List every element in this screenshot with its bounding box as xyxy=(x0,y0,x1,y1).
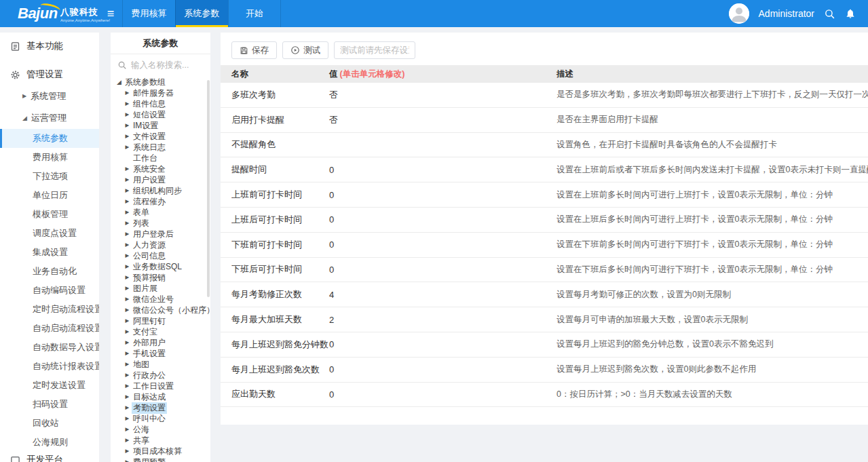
tree-scrollbar[interactable] xyxy=(207,80,210,297)
param-value[interactable]: 0 xyxy=(329,214,556,225)
param-desc: 设置在上班前多长时间内可进行上班打卡，设置0表示无限制，单位：分钟 xyxy=(556,189,868,201)
avatar[interactable] xyxy=(729,3,749,24)
tree-node[interactable]: ▶ 手机设置 xyxy=(115,348,210,359)
caret-right-icon: ▶ xyxy=(123,296,132,302)
toolbar: 保存 测试 xyxy=(221,33,868,65)
sidebar-items: 系统参数 费用核算 下拉选项 单位日历 模板管理 调度点设置 集成设置 业务自动… xyxy=(0,129,99,452)
tree-search-input[interactable] xyxy=(131,60,199,70)
caret-expanded-icon: ◢ xyxy=(22,115,27,121)
tree-node-label: 用户登录后 xyxy=(132,229,175,240)
param-group-panel: 系统参数 ◢ 系统参数组 ▶ 邮件服务器 ▶ 组件信息 ▶ 短信设置 ▶ IM设… xyxy=(111,33,210,462)
tree-node[interactable]: ▶ 共享 xyxy=(115,435,210,446)
sidebar-section-basic[interactable]: 基本功能 xyxy=(0,35,99,57)
param-value[interactable]: 4 xyxy=(329,290,556,300)
tree-node[interactable]: ▶ 公司信息 xyxy=(115,250,210,261)
user-name[interactable]: Administrator xyxy=(759,8,814,19)
tree-node[interactable]: ▶ 呼叫中心 xyxy=(115,413,210,424)
sidebar-item-dev-platform[interactable]: 开发平台 xyxy=(0,450,63,462)
sidebar-item[interactable]: 业务自动化 xyxy=(0,262,99,281)
param-value[interactable]: 0 xyxy=(329,265,556,275)
main-panel: 保存 测试 名称 值(单击单元格修改) 描述 多班次考勤 否 是否是多班次考勤，… xyxy=(221,33,868,425)
tree-node[interactable]: ▶ 邮件服务器 xyxy=(115,88,210,98)
save-button-label: 保存 xyxy=(252,45,269,56)
param-value[interactable]: 0 xyxy=(329,165,556,175)
tree-root[interactable]: ◢ 系统参数组 xyxy=(115,77,210,88)
sidebar-item[interactable]: 费用核算 xyxy=(0,148,99,167)
tree-node-label: 微信企业号 xyxy=(132,294,175,305)
tree-node[interactable]: ▶ 人力资源 xyxy=(115,239,210,250)
tree-node[interactable]: ▶ 文件设置 xyxy=(115,131,210,142)
bell-icon[interactable] xyxy=(845,8,856,19)
sidebar-item[interactable]: 模板管理 xyxy=(0,205,99,224)
tree-node[interactable]: ▶ 外部用户 xyxy=(115,337,210,348)
save-button[interactable]: 保存 xyxy=(231,41,277,59)
param-value[interactable]: 0 xyxy=(329,364,556,374)
tree-node[interactable]: ▶ 系统日志 xyxy=(115,142,210,153)
sidebar-item[interactable]: 调度点设置 xyxy=(0,224,99,243)
tree-node[interactable]: ▶ 组织机构同步 xyxy=(115,185,210,196)
param-value[interactable]: 2 xyxy=(329,315,556,325)
menu-toggle-icon[interactable]: ≡ xyxy=(99,0,122,27)
sidebar-item[interactable]: 公海规则 xyxy=(0,433,99,452)
tree-node[interactable]: ▶ 费用预警 xyxy=(115,457,210,462)
tree-node[interactable]: ▶ 行政办公 xyxy=(115,370,210,381)
sidebar-item[interactable]: 扫码设置 xyxy=(0,395,99,414)
tree-node[interactable]: ▶ 列表 xyxy=(115,218,210,229)
sidebar-item[interactable]: 集成设置 xyxy=(0,243,99,262)
sidebar-item[interactable]: 下拉选项 xyxy=(0,167,99,186)
tree-node[interactable]: ▶ 微信公众号（小程序） xyxy=(115,305,210,315)
tree-node[interactable]: ▶ 短信设置 xyxy=(115,109,210,120)
tree-node-label: 呼叫中心 xyxy=(132,413,167,425)
sidebar-item[interactable]: 自动数据导入设置 xyxy=(0,338,99,357)
tree-node[interactable]: 工作台 xyxy=(115,153,210,163)
table-row: 不提醒角色 设置角色，在开启打卡提醒时具备该角色的人不会提醒打卡 xyxy=(221,133,868,158)
tree-node[interactable]: ▶ 业务数据SQL xyxy=(115,261,210,272)
tab-start[interactable]: 开始 xyxy=(228,0,281,27)
caret-right-icon: ▶ xyxy=(123,123,132,128)
caret-right-icon: ▶ xyxy=(123,351,132,356)
test-hint-input[interactable] xyxy=(334,41,415,59)
tree-node[interactable]: ▶ 表单 xyxy=(115,207,210,218)
param-value[interactable]: 0 xyxy=(329,339,556,349)
sidebar-item[interactable]: 自动编码设置 xyxy=(0,281,99,300)
tree-node[interactable]: ▶ 考勤设置 xyxy=(115,402,210,413)
tree-node[interactable]: ▶ 目标达成 xyxy=(115,391,210,402)
param-value[interactable]: 0 xyxy=(329,190,556,200)
sidebar-group-operations-mgmt[interactable]: ◢ 运营管理 xyxy=(0,107,99,129)
tab-system-params[interactable]: 系统参数 xyxy=(175,0,228,27)
tree-node[interactable]: ▶ 用户设置 xyxy=(115,174,210,185)
tree-node[interactable]: ▶ 组件信息 xyxy=(115,98,210,109)
sidebar-group-system-mgmt[interactable]: ▶ 系统管理 xyxy=(0,85,99,107)
tree-node[interactable]: ▶ 地图 xyxy=(115,359,210,370)
tab-cost-accounting[interactable]: 费用核算 xyxy=(122,0,175,27)
tree-node[interactable]: ▶ 预算报销 xyxy=(115,272,210,283)
tree-node[interactable]: ▶ IM设置 xyxy=(115,120,210,131)
sidebar-item[interactable]: 自动启动流程设置 xyxy=(0,319,99,338)
tree-node[interactable]: ▶ 流程催办 xyxy=(115,196,210,207)
tree-node[interactable]: ▶ 图片展 xyxy=(115,283,210,294)
param-value[interactable]: 否 xyxy=(329,89,556,101)
tree-node[interactable]: ▶ 支付宝 xyxy=(115,326,210,337)
sidebar-item[interactable]: 系统参数 xyxy=(0,129,99,148)
tree-node[interactable]: ▶ 阿里钉钉 xyxy=(115,315,210,326)
sidebar-section-admin[interactable]: 管理设置 xyxy=(0,64,99,85)
header-user-area: Administrator xyxy=(729,0,868,27)
tree-node[interactable]: ▶ 项目成本核算 xyxy=(115,446,210,457)
sidebar-item[interactable]: 自动统计报表设置 xyxy=(0,357,99,376)
search-icon[interactable] xyxy=(824,8,835,20)
tree-node[interactable]: ▶ 公海 xyxy=(115,424,210,435)
param-value[interactable]: 0 xyxy=(329,239,556,250)
test-button[interactable]: 测试 xyxy=(282,41,328,59)
tree-node[interactable]: ▶ 用户登录后 xyxy=(115,229,210,239)
tree-node-label: 流程催办 xyxy=(132,196,167,208)
tree-node[interactable]: ▶ 微信企业号 xyxy=(115,294,210,305)
param-value[interactable]: 0 xyxy=(329,389,556,400)
tree-node[interactable]: ▶ 系统安全 xyxy=(115,163,210,174)
caret-right-icon: ▶ xyxy=(123,275,132,280)
sidebar-item[interactable]: 定时发送设置 xyxy=(0,376,99,395)
sidebar-item[interactable]: 定时启动流程设置 xyxy=(0,300,99,319)
param-value[interactable]: 否 xyxy=(329,114,556,126)
sidebar-item[interactable]: 回收站 xyxy=(0,414,99,433)
tree-node[interactable]: ▶ 工作日设置 xyxy=(115,381,210,391)
sidebar-item[interactable]: 单位日历 xyxy=(0,186,99,205)
